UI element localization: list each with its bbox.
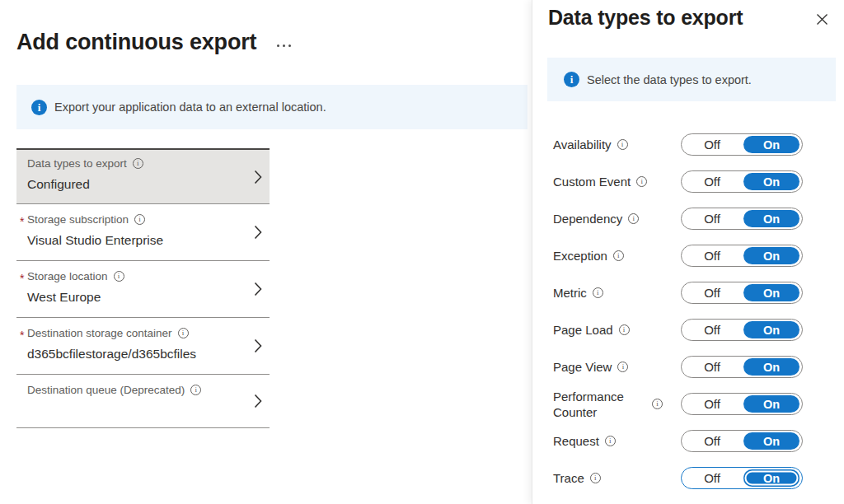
chevron-right-icon xyxy=(254,338,262,353)
toggle-label-group: Custom Event i xyxy=(553,174,647,189)
field-row[interactable]: * Destination storage container i d365bc… xyxy=(16,318,270,375)
toggle-off-segment[interactable]: Off xyxy=(682,357,743,377)
toggle-switch[interactable]: Off On xyxy=(681,208,803,230)
toggle-off-segment[interactable]: Off xyxy=(682,468,743,488)
required-asterisk: * xyxy=(20,329,24,342)
toggle-row: Page View i Off On xyxy=(532,348,844,385)
toggle-on-segment[interactable]: On xyxy=(743,173,799,190)
field-value: Visual Studio Enterprise xyxy=(27,233,245,248)
toggle-row: Request i Off On xyxy=(532,422,844,460)
required-asterisk: * xyxy=(20,215,24,228)
info-icon[interactable]: i xyxy=(190,385,201,395)
toggle-row: Page Load i Off On xyxy=(532,311,844,348)
info-icon[interactable]: i xyxy=(590,473,601,483)
toggle-row: Availability i Off On xyxy=(532,126,844,163)
more-menu-button[interactable] xyxy=(272,38,295,53)
info-banner-text: Export your application data to an exter… xyxy=(54,100,326,114)
toggle-label: Dependency xyxy=(553,211,622,226)
toggle-switch[interactable]: Off On xyxy=(681,245,803,267)
field-value: Configured xyxy=(27,177,245,192)
toggle-on-segment[interactable]: On xyxy=(743,210,799,227)
info-icon[interactable]: i xyxy=(619,324,630,335)
ellipsis-icon xyxy=(277,44,291,47)
toggle-on-segment[interactable]: On xyxy=(743,469,799,487)
field-label: Storage location xyxy=(27,270,108,282)
settings-list: * Data types to export i Configured * St… xyxy=(16,148,270,428)
info-icon[interactable]: i xyxy=(605,436,616,446)
toggle-off-segment[interactable]: Off xyxy=(682,282,743,303)
toggle-on-segment[interactable]: On xyxy=(743,321,799,338)
field-label: Data types to export xyxy=(27,157,127,170)
info-icon[interactable]: i xyxy=(178,328,189,338)
toggle-label-group: Dependency i xyxy=(553,211,639,226)
toggle-label-group: Performance Counter i xyxy=(553,389,663,420)
toggle-off-segment[interactable]: Off xyxy=(682,134,743,155)
info-icon[interactable]: i xyxy=(636,176,647,187)
toggle-switch[interactable]: Off On xyxy=(681,319,803,341)
info-icon[interactable]: i xyxy=(652,399,663,409)
info-icon[interactable]: i xyxy=(114,271,124,282)
toggle-on-segment[interactable]: On xyxy=(743,136,799,153)
info-icon[interactable]: i xyxy=(593,287,603,298)
info-icon[interactable]: i xyxy=(628,213,639,224)
toggle-label-group: Metric i xyxy=(553,285,603,301)
toggle-on-segment[interactable]: On xyxy=(743,358,799,376)
toggle-on-segment[interactable]: On xyxy=(743,247,799,264)
toggle-label: Performance Counter xyxy=(553,389,646,420)
toggle-list: Availability i Off On Custom Event i Off… xyxy=(532,126,844,497)
chevron-right-icon xyxy=(254,282,262,296)
toggle-switch[interactable]: Off On xyxy=(681,356,803,378)
required-asterisk: * xyxy=(20,272,24,285)
info-icon[interactable]: i xyxy=(134,214,145,225)
toggle-off-segment[interactable]: Off xyxy=(682,320,743,340)
toggle-switch[interactable]: Off On xyxy=(681,467,803,489)
field-value: d365bcfilestorage/d365bcfiles xyxy=(27,347,245,362)
toggle-row: Trace i Off On xyxy=(532,460,844,497)
close-button[interactable] xyxy=(813,10,831,28)
field-row[interactable]: * Data types to export i Configured xyxy=(16,148,270,204)
toggle-label-group: Page View i xyxy=(553,359,628,375)
panel-title: Data types to export xyxy=(548,6,743,30)
toggle-label: Metric xyxy=(553,285,587,301)
toggle-switch[interactable]: Off On xyxy=(681,430,803,452)
info-icon[interactable]: i xyxy=(617,139,628,150)
toggle-label: Request xyxy=(553,433,599,449)
toggle-label: Exception xyxy=(553,248,607,264)
toggle-off-segment[interactable]: Off xyxy=(682,171,743,192)
field-label: Storage subscription xyxy=(27,213,129,226)
toggle-on-segment[interactable]: On xyxy=(743,432,799,450)
field-row[interactable]: * Storage location i West Europe xyxy=(16,261,270,318)
info-icon[interactable]: i xyxy=(133,158,143,169)
toggle-switch[interactable]: Off On xyxy=(681,282,803,304)
toggle-off-segment[interactable]: Off xyxy=(682,245,743,266)
toggle-row: Performance Counter i Off On xyxy=(532,385,844,422)
toggle-label-group: Page Load i xyxy=(553,322,630,338)
data-types-to-export-panel: Data types to export i Select the data t… xyxy=(532,0,844,504)
toggle-switch[interactable]: Off On xyxy=(681,133,803,156)
field-row[interactable]: * Storage subscription i Visual Studio E… xyxy=(16,204,270,261)
field-row[interactable]: * Destination queue (Deprecated) i xyxy=(16,375,270,428)
info-banner-text: Select the data types to export. xyxy=(587,73,752,86)
chevron-right-icon xyxy=(254,170,262,184)
info-icon: i xyxy=(31,100,47,115)
toggle-switch[interactable]: Off On xyxy=(681,170,803,193)
field-value: West Europe xyxy=(27,290,245,305)
toggle-on-segment[interactable]: On xyxy=(743,284,799,301)
field-label-line: Storage subscription i xyxy=(27,213,245,226)
info-banner: i Export your application data to an ext… xyxy=(16,85,528,129)
field-label-line: Destination queue (Deprecated) i xyxy=(27,384,245,396)
toggle-on-segment[interactable]: On xyxy=(743,395,799,413)
toggle-label: Custom Event xyxy=(553,174,631,189)
chevron-right-icon xyxy=(254,225,262,240)
close-icon xyxy=(816,13,828,26)
info-icon[interactable]: i xyxy=(617,362,628,372)
toggle-off-segment[interactable]: Off xyxy=(682,394,743,414)
toggle-label-group: Availability i xyxy=(553,137,628,152)
info-icon[interactable]: i xyxy=(613,250,624,261)
field-label-line: Destination storage container i xyxy=(27,327,245,339)
field-label-line: Data types to export i xyxy=(27,157,245,170)
toggle-label: Page Load xyxy=(553,322,613,338)
toggle-off-segment[interactable]: Off xyxy=(682,431,743,451)
toggle-switch[interactable]: Off On xyxy=(681,393,803,415)
toggle-off-segment[interactable]: Off xyxy=(682,208,743,229)
